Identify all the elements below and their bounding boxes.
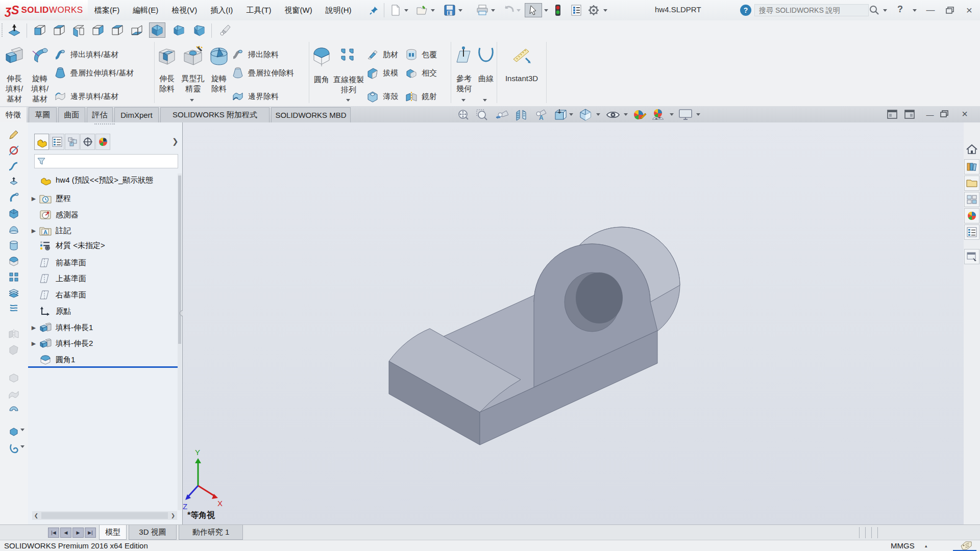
- panel-tab-featuremanager[interactable]: [34, 134, 49, 150]
- view-back-button[interactable]: [51, 22, 67, 38]
- view-orientation-dropdown[interactable]: [569, 113, 573, 116]
- view-left-button[interactable]: [70, 22, 87, 38]
- curves-dropdown[interactable]: [483, 99, 487, 102]
- tree-filter-box[interactable]: [34, 154, 178, 168]
- menu-tools[interactable]: 工具(T): [246, 6, 271, 15]
- part-hole-interior[interactable]: [576, 272, 623, 323]
- hole-wizard-dropdown[interactable]: [190, 99, 194, 102]
- view-front-button[interactable]: [32, 22, 48, 38]
- apply-scene-dropdown[interactable]: [670, 113, 674, 116]
- tree-item-front-plane[interactable]: 前基準面: [28, 255, 179, 270]
- lofted-boss-base-button[interactable]: 疊層拉伸填料/基材: [54, 66, 134, 80]
- fillet-tool-button[interactable]: [6, 254, 21, 268]
- boundary-cut-button[interactable]: 邊界除料: [232, 90, 279, 103]
- tree-filter-input[interactable]: [46, 157, 176, 166]
- menu-edit[interactable]: 編輯(E): [133, 6, 158, 15]
- extruded-boss-base-button[interactable]: 伸長 填料/ 基材: [2, 43, 27, 103]
- view-right-button[interactable]: [90, 22, 106, 38]
- pin-menu-icon[interactable]: [366, 3, 382, 17]
- restore-button[interactable]: [942, 4, 958, 16]
- toolbar-grip[interactable]: [2, 23, 5, 37]
- swept-boss-base-button[interactable]: 掃出填料/基材: [54, 48, 118, 61]
- expand-arrow-icon[interactable]: ▶: [28, 228, 39, 234]
- helix-tool-button[interactable]: [6, 302, 21, 316]
- tree-item-sensors[interactable]: 感測器: [28, 207, 179, 222]
- spline-tool-button[interactable]: [6, 159, 21, 173]
- tree-horizontal-scrollbar[interactable]: ❮ ❯: [32, 511, 177, 520]
- cube-tool-button[interactable]: [6, 207, 21, 221]
- smart-dimension-tool-button[interactable]: [6, 143, 21, 158]
- panel-tabs-overflow[interactable]: ❯: [172, 137, 179, 146]
- taskpane-design-library-button[interactable]: [964, 159, 979, 174]
- curves-button[interactable]: 曲線: [476, 43, 496, 103]
- tree-item-boss-extrude1[interactable]: ▶ 填料-伸長1: [28, 320, 179, 335]
- tree-item-origin[interactable]: 原點: [28, 304, 179, 319]
- panel-tab-dimxpertmanager[interactable]: [80, 134, 95, 150]
- select-dropdown[interactable]: [544, 9, 548, 12]
- graphics-viewport[interactable]: Y X Z *等角視: [183, 122, 964, 524]
- mirror-tool-button[interactable]: [6, 327, 21, 341]
- select-button[interactable]: [525, 3, 542, 17]
- bottom-tab-model[interactable]: 模型: [99, 525, 127, 540]
- settings-dropdown[interactable]: [603, 9, 607, 12]
- pattern-tool-button[interactable]: [6, 270, 21, 284]
- box-tool-button[interactable]: [6, 370, 21, 385]
- tree-item-material[interactable]: 材質 <未指定>: [28, 238, 179, 253]
- linear-pattern-dropdown[interactable]: [346, 99, 350, 102]
- cylinder-tool-button[interactable]: [6, 238, 21, 253]
- view-trimetric-button[interactable]: [170, 22, 187, 38]
- panel-tab-displaymanager[interactable]: [95, 134, 110, 150]
- settings-button[interactable]: [586, 3, 601, 17]
- view-isometric-button[interactable]: [149, 22, 165, 38]
- nav-next-button[interactable]: ▶: [72, 528, 84, 538]
- tab-features[interactable]: 特徵: [0, 107, 27, 122]
- hide-show-dropdown[interactable]: [624, 113, 628, 116]
- view-orientation-button[interactable]: [552, 108, 568, 121]
- open-document-button[interactable]: [414, 3, 430, 17]
- menu-view[interactable]: 檢視(V): [172, 6, 197, 15]
- view-dimetric-button[interactable]: [191, 22, 207, 38]
- rib-button[interactable]: 肋材: [366, 48, 398, 61]
- zoom-to-area-button[interactable]: [474, 108, 489, 121]
- feature-dropdown-tool-button[interactable]: [6, 424, 21, 439]
- close-button[interactable]: ×: [962, 4, 977, 16]
- scroll-right-arrow[interactable]: ❯: [169, 513, 177, 518]
- taskpane-appearances-button[interactable]: [964, 208, 979, 223]
- normal-to-button[interactable]: [6, 22, 22, 38]
- half-donut-tool-button[interactable]: [6, 402, 21, 416]
- reference-geometry-button[interactable]: 參考 幾何: [452, 43, 476, 103]
- zoom-to-fit-button[interactable]: [456, 108, 471, 121]
- tags-button[interactable]: [960, 541, 973, 551]
- panel-tab-configurationmanager[interactable]: [65, 134, 80, 150]
- revolved-boss-base-button[interactable]: 旋轉 填料/ 基材: [28, 43, 52, 103]
- tree-item-fillet1[interactable]: 圓角1: [28, 352, 179, 367]
- taskpane-forum-button[interactable]: [964, 249, 979, 264]
- open-dropdown[interactable]: [431, 9, 435, 12]
- expand-arrow-icon[interactable]: ▶: [28, 324, 39, 331]
- tab-sketch[interactable]: 草圖: [29, 107, 57, 122]
- doc-window-icon-b[interactable]: [904, 110, 915, 120]
- revolved-cut-button[interactable]: 旋轉 除料: [208, 43, 230, 103]
- rollback-bar[interactable]: [28, 366, 180, 368]
- taskpane-home-button[interactable]: [964, 142, 979, 157]
- search-box[interactable]: [754, 4, 869, 16]
- dome-tool-button[interactable]: [6, 222, 21, 237]
- save-dropdown[interactable]: [458, 9, 462, 12]
- part-model[interactable]: [389, 227, 680, 445]
- tab-evaluate[interactable]: 評估: [87, 107, 113, 122]
- hook-tool-dropdown[interactable]: [20, 445, 24, 448]
- boundary-boss-base-button[interactable]: 邊界填料/基材: [54, 90, 118, 103]
- revolve-tool-button[interactable]: [6, 191, 21, 205]
- panel-tab-propertymanager[interactable]: [50, 134, 64, 150]
- print-button[interactable]: [475, 3, 490, 17]
- apply-scene-button[interactable]: [650, 108, 666, 121]
- nav-prev-button[interactable]: ◀: [60, 528, 71, 538]
- bottom-tab-3d-views[interactable]: 3D 視圖: [129, 525, 177, 540]
- doc-restore-button[interactable]: [940, 110, 948, 119]
- view-bottom-button[interactable]: [129, 22, 145, 38]
- tree-item-history[interactable]: ▶ 歷程: [28, 191, 179, 206]
- new-document-dropdown[interactable]: [404, 9, 408, 12]
- tree-item-right-plane[interactable]: 右基準面: [28, 287, 179, 303]
- mirror-button[interactable]: 鏡射: [405, 90, 437, 103]
- model-canvas[interactable]: Y X Z: [183, 122, 964, 524]
